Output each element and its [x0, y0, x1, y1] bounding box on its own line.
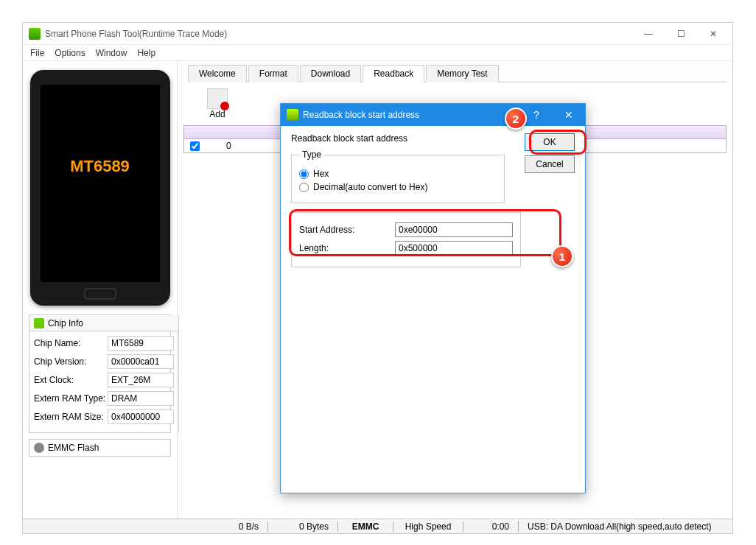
start-address-label: Start Address: — [299, 225, 395, 235]
status-usb: USB: DA Download All(high speed,auto det… — [520, 521, 732, 532]
phone-home-icon — [84, 288, 116, 300]
readback-dialog: Readback block start address ? ✕ Readbac… — [280, 103, 586, 493]
phone-preview: MT6589 — [30, 70, 170, 306]
status-speed: 0 B/s — [178, 521, 266, 532]
emmc-title: EMMC Flash — [48, 443, 99, 453]
status-storage: EMMC — [340, 521, 391, 532]
tab-memory-test[interactable]: Memory Test — [426, 65, 498, 82]
chip-name-value: MT6589 — [108, 336, 174, 351]
ok-button[interactable]: OK — [525, 133, 575, 151]
radio-decimal[interactable] — [299, 183, 309, 192]
dialog-titlebar: Readback block start address ? ✕ — [281, 104, 585, 126]
chip-info-panel: Chip Info Chip Name:MT6589 Chip Version:… — [29, 314, 171, 433]
gear-icon — [34, 443, 44, 453]
status-bar: 0 B/s 0 Bytes EMMC High Speed 0:00 USB: … — [23, 518, 732, 533]
phone-brand: MT6589 — [30, 157, 170, 176]
tab-strip: Welcome Format Download Readback Memory … — [188, 64, 727, 82]
chip-info-header: Chip Info — [29, 315, 178, 331]
row-cell: 0 — [226, 141, 231, 151]
menu-window[interactable]: Window — [96, 48, 127, 58]
add-label: Add — [209, 109, 225, 119]
radio-hex-label: Hex — [313, 169, 329, 179]
minimize-button[interactable]: — — [632, 24, 665, 44]
close-button[interactable]: ✕ — [697, 24, 729, 44]
chip-version-value: 0x0000ca01 — [108, 354, 174, 369]
type-legend: Type — [299, 150, 324, 160]
status-bytes: 0 Bytes — [270, 521, 336, 532]
radio-decimal-label: Decimal(auto convert to Hex) — [313, 182, 427, 192]
sidebar: MT6589 Chip Info Chip Name:MT6589 Chip V… — [23, 61, 178, 518]
chip-icon — [34, 318, 44, 328]
extern-ram-size-value: 0x40000000 — [108, 409, 174, 424]
extern-ram-type-value: DRAM — [108, 391, 174, 406]
tab-download[interactable]: Download — [300, 65, 361, 82]
ext-clock-value: EXT_26M — [108, 373, 174, 387]
menubar: File Options Window Help — [23, 45, 732, 61]
menu-options[interactable]: Options — [55, 48, 85, 58]
tab-readback[interactable]: Readback — [363, 65, 424, 82]
add-button[interactable]: Add — [195, 88, 239, 119]
menu-file[interactable]: File — [30, 48, 44, 58]
app-icon — [29, 28, 41, 40]
tab-welcome[interactable]: Welcome — [188, 65, 247, 82]
add-icon — [207, 88, 228, 109]
chip-version-label: Chip Version: — [34, 356, 108, 367]
chip-info-title: Chip Info — [48, 318, 83, 328]
radio-hex[interactable] — [299, 169, 309, 179]
status-time: 0:00 — [465, 521, 517, 532]
ext-clock-label: Ext Clock: — [34, 375, 108, 385]
length-input[interactable] — [395, 241, 513, 256]
titlebar: Smart Phone Flash Tool(Runtime Trace Mod… — [23, 23, 732, 45]
dialog-close-button[interactable]: ✕ — [553, 104, 585, 126]
extern-ram-size-label: Extern RAM Size: — [34, 412, 108, 422]
type-fieldset: Type Hex Decimal(auto convert to Hex) — [291, 150, 505, 203]
extern-ram-type-label: Extern RAM Type: — [34, 393, 108, 404]
tab-format[interactable]: Format — [248, 65, 298, 82]
window-title: Smart Phone Flash Tool(Runtime Trace Mod… — [45, 29, 632, 39]
maximize-button[interactable]: ☐ — [665, 24, 697, 44]
annotation-badge-1: 1 — [551, 245, 573, 267]
emmc-panel: EMMC Flash — [29, 439, 171, 457]
length-label: Length: — [299, 243, 395, 253]
row-checkbox[interactable] — [190, 141, 200, 151]
annotation-badge-2: 2 — [505, 108, 527, 130]
status-mode: High Speed — [395, 521, 461, 532]
cancel-button[interactable]: Cancel — [525, 155, 575, 173]
start-address-input[interactable] — [395, 222, 513, 237]
dialog-icon — [287, 109, 298, 121]
dialog-title: Readback block start address — [303, 110, 520, 120]
menu-help[interactable]: Help — [137, 48, 155, 58]
chip-name-label: Chip Name: — [34, 338, 108, 348]
address-fieldset: Start Address: Length: — [291, 212, 521, 267]
